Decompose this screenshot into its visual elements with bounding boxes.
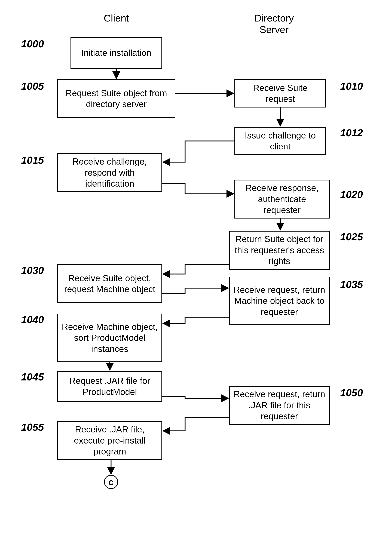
label-1012: 1012: [340, 127, 363, 139]
header-server: Directory Server: [243, 12, 305, 35]
label-1050: 1050: [340, 387, 363, 399]
label-1010: 1010: [340, 80, 363, 92]
label-1025: 1025: [340, 231, 363, 243]
label-1005: 1005: [21, 80, 44, 92]
box-1025: Return Suite object for this requester's…: [229, 231, 330, 270]
box-1020: Receive response, authenticate requester: [234, 180, 330, 219]
box-1015: Receive challenge, respond with identifi…: [57, 153, 162, 192]
box-1005: Request Suite object from directory serv…: [57, 79, 175, 118]
box-1010: Receive Suite request: [234, 79, 326, 107]
connector-c-label: c: [109, 477, 114, 487]
label-1015: 1015: [21, 154, 44, 166]
label-1030: 1030: [21, 264, 44, 276]
box-1000: Initiate installation: [70, 37, 162, 69]
label-1000: 1000: [21, 38, 44, 50]
label-1045: 1045: [21, 371, 44, 383]
box-1050: Receive request, return .JAR file for th…: [229, 386, 330, 425]
box-1045: Request .JAR file for ProductModel: [57, 371, 162, 402]
header-client: Client: [90, 12, 143, 24]
label-1035: 1035: [340, 279, 363, 290]
box-1040: Receive Machine object, sort ProductMode…: [57, 314, 162, 362]
box-1035: Receive request, return Machine object b…: [229, 277, 330, 325]
box-1030: Receive Suite object, request Machine ob…: [57, 264, 162, 303]
label-1020: 1020: [340, 189, 363, 200]
connector-c: c: [104, 475, 118, 489]
label-1055: 1055: [21, 421, 44, 433]
box-1055: Receive .JAR file, execute pre-install p…: [57, 421, 162, 460]
box-1012: Issue challenge to client: [234, 127, 326, 155]
label-1040: 1040: [21, 314, 44, 326]
